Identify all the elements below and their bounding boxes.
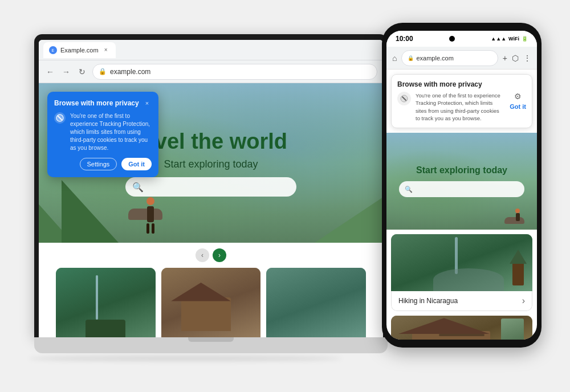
popup-close-button[interactable]: × [142,99,152,108]
tracking-protection-icon [54,112,66,124]
phone-hero-section: Start exploring today 🔍 [386,133,537,230]
laptop-base [34,337,388,353]
card-1[interactable] [56,268,156,337]
hiker-figure [142,197,159,231]
search-icon: 🔍 [132,182,144,193]
laptop-shadow [28,356,342,361]
phone-card-1[interactable]: Hiking in Nicaragua › [391,234,532,311]
phone-lock-icon: 🔒 [408,55,414,61]
phone-popup-title: Browse with more privacy [397,80,526,88]
phone-status-bar: 10:00 ▲▲▲ WiFi 🔋 [386,31,537,47]
status-icons: ▲▲▲ WiFi 🔋 [491,36,528,42]
front-camera [449,36,455,42]
cards-row [39,268,383,337]
tab-list: E Example.com × [43,42,116,58]
website-content: ravel the world Start exploring today 🔍 … [39,83,383,337]
privacy-popup-laptop: Browse with more privacy × You're one of… [47,92,158,177]
battery-icon: 🔋 [522,36,528,42]
phone-card-1-image [391,234,532,291]
status-time: 10:00 [396,35,413,43]
address-bar[interactable]: 🔒 example.com [92,64,377,80]
popup-header: Browse with more privacy × [54,99,152,108]
phone-card-1-label[interactable]: Hiking in Nicaragua › [391,291,532,311]
phone-device: 10:00 ▲▲▲ WiFi 🔋 ⌂ 🔒 example.com + ⬡ ⋮ [382,23,542,348]
forward-button[interactable]: → [60,66,72,77]
settings-button[interactable]: Settings [80,158,117,170]
laptop-screen: E Example.com × ← → ↻ 🔒 example.com [39,40,383,337]
phone-popup-gear-icon[interactable]: ⚙ [514,92,522,101]
hiker-head [146,197,154,205]
phone-search-icon: 🔍 [405,186,413,193]
phone-address-bar: ⌂ 🔒 example.com + ⬡ ⋮ [386,47,537,70]
browser-tab-bar: E Example.com × [39,40,383,60]
wifi-icon: WiFi [508,36,519,42]
phone-popup-text: You're one of the first to experience Tr… [416,92,505,122]
card-3[interactable] [266,268,366,337]
slider-controls: ‹ › [39,248,383,262]
privacy-popup-phone: Browse with more privacy You're one of t… [391,74,532,128]
back-button[interactable]: ← [44,66,56,77]
got-it-button[interactable]: Got it [121,158,152,170]
mountain-2 [62,180,119,243]
hero-subtitle: Start exploring today [164,158,258,170]
phone-home-icon[interactable]: ⌂ [392,54,397,63]
slider-next-button[interactable]: › [213,248,226,262]
signal-icon: ▲▲▲ [491,36,506,42]
tab-title: Example.com [60,47,99,54]
phone-url-text: example.com [416,55,453,62]
hiker-legs [142,223,159,234]
browser-tab[interactable]: E Example.com × [43,42,116,58]
hero-search-bar[interactable]: 🔍 [125,177,296,197]
popup-actions: Settings Got it [54,158,152,170]
card-2[interactable] [161,268,261,337]
laptop-device: E Example.com × ← → ↻ 🔒 example.com [34,34,388,353]
svg-text:E: E [52,48,55,52]
popup-body-text: You're one of the first to experience Tr… [70,112,152,152]
phone-card-1-title: Hiking in Nicaragua [398,297,458,305]
popup-body: You're one of the first to experience Tr… [54,112,152,152]
phone-url-bar[interactable]: 🔒 example.com [401,50,498,66]
hiker-leg-right [152,223,154,234]
phone-home-indicator [439,334,484,336]
phone-popup-body: You're one of the first to experience Tr… [397,92,526,122]
laptop-screen-frame: E Example.com × ← → ↻ 🔒 example.com [34,34,388,337]
tab-close-button[interactable]: × [102,46,110,54]
phone-menu-icon[interactable]: ⋮ [523,54,531,63]
url-text: example.com [110,68,150,76]
tab-favicon: E [49,46,57,54]
phone-popup-gotit-button[interactable]: Got it [510,103,526,110]
phone-hero-title: Start exploring today [416,165,507,175]
phone-add-tab-icon[interactable]: + [503,54,507,63]
phone-tracking-icon [397,92,411,105]
slider-prev-button[interactable]: ‹ [196,248,209,262]
phone-hero-search[interactable]: 🔍 [399,181,524,197]
phone-copy-icon[interactable]: ⬡ [512,54,519,63]
phone-card-1-arrow: › [522,296,525,306]
address-bar-row: ← → ↻ 🔒 example.com [39,60,383,83]
refresh-button[interactable]: ↻ [76,66,88,77]
hiker-leg-left [146,223,149,234]
scene: E Example.com × ← → ↻ 🔒 example.com [0,0,570,392]
phone-screen: 10:00 ▲▲▲ WiFi 🔋 ⌂ 🔒 example.com + ⬡ ⋮ [386,31,537,340]
mountain-3 [315,197,383,243]
hiker-body [147,206,154,222]
lock-icon: 🔒 [99,68,107,75]
popup-title: Browse with more privacy [54,99,139,107]
